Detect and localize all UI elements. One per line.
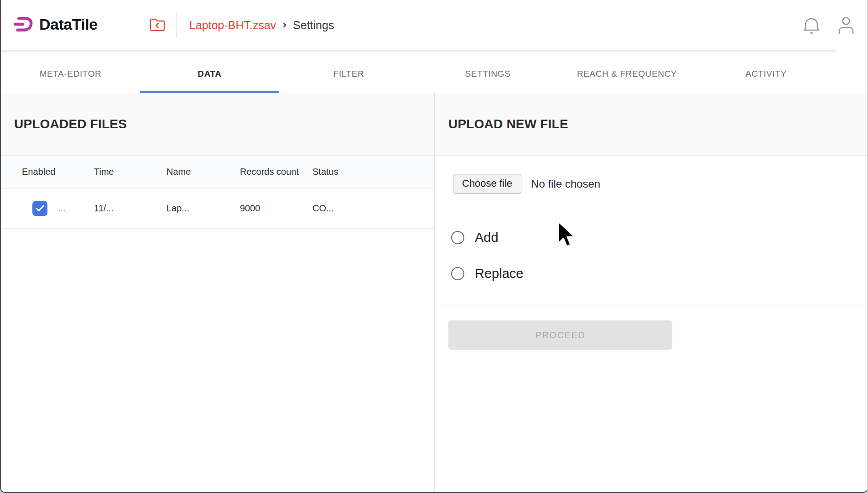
choose-file-button[interactable]: Choose file: [453, 174, 521, 194]
header-divider: [176, 12, 177, 38]
notifications-bell-icon[interactable]: [803, 16, 820, 34]
tab-meta-editor[interactable]: META-EDITOR: [1, 50, 140, 93]
header-actions: [803, 0, 855, 50]
main-tab-bar: META-EDITOR DATA FILTER SETTINGS REACH &…: [1, 50, 836, 93]
cell-file-name-link[interactable]: Lap...: [166, 203, 240, 214]
table-row: ... 11/... Lap... 9000 CO...: [1, 189, 434, 229]
radio-option-add[interactable]: Add: [451, 230, 499, 245]
radio-add-circle-icon[interactable]: [451, 231, 464, 244]
app-window: DataTile Laptop-BHT.zsav › Settings: [0, 0, 868, 493]
file-input-row: Choose file No file chosen: [435, 156, 868, 212]
col-records-count: Records count: [240, 167, 312, 177]
mouse-cursor-icon: [556, 220, 577, 249]
folder-back-icon[interactable]: [150, 17, 165, 32]
radio-option-replace[interactable]: Replace: [451, 266, 523, 281]
cell-status: CO...: [312, 203, 434, 214]
radio-add-label: Add: [475, 230, 499, 245]
tab-data[interactable]: DATA: [140, 50, 279, 93]
col-time: Time: [94, 167, 166, 177]
files-table-header: Enabled Time Name Records count Status: [1, 156, 434, 189]
col-enabled: Enabled: [22, 167, 94, 177]
upload-new-file-title: UPLOAD NEW FILE: [448, 117, 568, 131]
cell-records-count: 9000: [240, 203, 312, 214]
cell-time: 11/...: [94, 203, 166, 214]
enabled-checkbox-checked[interactable]: [32, 201, 47, 216]
uploaded-files-title: UPLOADED FILES: [14, 117, 127, 131]
brand: DataTile: [14, 15, 98, 33]
breadcrumb: Laptop-BHT.zsav › Settings: [189, 0, 334, 50]
upload-new-file-header: UPLOAD NEW FILE: [435, 93, 868, 156]
tab-reach-frequency[interactable]: REACH & FREQUENCY: [557, 50, 696, 93]
proceed-button[interactable]: PROCEED: [448, 320, 672, 350]
breadcrumb-file-link[interactable]: Laptop-BHT.zsav: [189, 19, 276, 32]
radio-replace-circle-icon[interactable]: [451, 267, 464, 280]
upload-mode-options: Add Replace: [435, 212, 868, 305]
upload-new-file-panel: UPLOAD NEW FILE Choose file No file chos…: [435, 93, 868, 492]
col-status: Status: [312, 167, 434, 177]
row-more-ellipsis: ...: [58, 203, 66, 214]
app-header: DataTile Laptop-BHT.zsav › Settings: [1, 0, 868, 50]
tab-filter[interactable]: FILTER: [279, 50, 418, 93]
uploaded-files-header: UPLOADED FILES: [1, 93, 434, 156]
tab-settings[interactable]: SETTINGS: [418, 50, 557, 93]
proceed-zone: PROCEED: [435, 305, 868, 350]
tab-activity[interactable]: ACTIVITY: [696, 50, 836, 93]
chevron-right-icon: ›: [282, 17, 286, 31]
col-name: Name: [166, 167, 240, 177]
uploaded-files-panel: UPLOADED FILES Enabled Time Name Records…: [1, 93, 434, 492]
account-user-icon[interactable]: [837, 16, 855, 34]
file-chosen-status: No file chosen: [531, 178, 600, 190]
brand-name: DataTile: [39, 16, 98, 33]
radio-replace-label: Replace: [475, 266, 523, 281]
breadcrumb-current-page: Settings: [293, 19, 334, 32]
datatile-logo-icon: [14, 15, 34, 33]
